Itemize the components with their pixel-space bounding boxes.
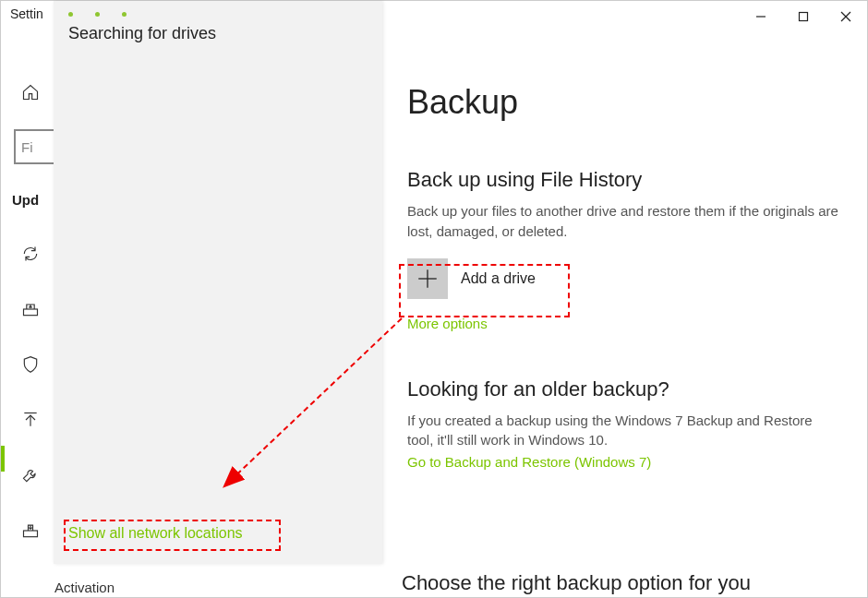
backup-icon [21,411,40,429]
sidebar-item-backup[interactable] [12,401,49,438]
close-button[interactable] [825,3,867,30]
sync-icon [21,245,40,263]
activation-label: Activation [54,580,115,595]
minimize-button[interactable] [740,3,782,30]
maximize-icon [798,11,809,22]
file-history-desc: Back up your files to another drive and … [407,201,839,242]
annotation-box-network-link [64,520,281,551]
delivery-icon [21,300,40,318]
window-controls [740,3,867,30]
flyout-heading: Searching for drives [54,18,382,43]
page-title: Backup [407,83,839,122]
sidebar-item-windows-update[interactable] [12,235,49,272]
home-icon [21,83,40,102]
search-placeholder: Fi [21,139,33,155]
loading-dots [54,1,382,18]
more-options-link[interactable]: More options [407,316,488,331]
annotation-box-add-drive [399,264,570,317]
minimize-icon [755,11,766,22]
selection-indicator [1,446,5,472]
file-history-heading: Back up using File History [407,168,839,192]
maximize-button[interactable] [782,3,825,30]
sidebar-item-recovery[interactable] [12,512,49,549]
sidebar-item-delivery[interactable] [12,291,49,328]
older-backup-heading: Looking for an older backup? [407,377,839,401]
sidebar-item-troubleshoot[interactable] [12,457,49,494]
wrench-icon [21,466,40,484]
svg-rect-4 [24,309,38,316]
svg-rect-6 [24,531,38,537]
svg-rect-1 [800,13,808,21]
close-icon [840,11,851,22]
app-title: Settin [10,6,43,21]
home-button[interactable] [12,74,49,111]
backup-restore-link[interactable]: Go to Backup and Restore (Windows 7) [407,454,651,470]
settings-window: Settin Fi Upd [0,0,868,598]
search-input[interactable]: Fi [14,129,56,164]
section-header-update: Upd [12,192,56,208]
older-backup-desc: If you created a backup using the Window… [407,411,839,451]
choose-heading: Choose the right backup option for you [402,571,751,595]
sidebar: Fi Upd [1,32,56,598]
sidebar-item-security[interactable] [12,346,49,383]
shield-icon [21,355,40,374]
drive-flyout: Searching for drives Show all network lo… [54,1,382,564]
recovery-icon [21,521,40,540]
